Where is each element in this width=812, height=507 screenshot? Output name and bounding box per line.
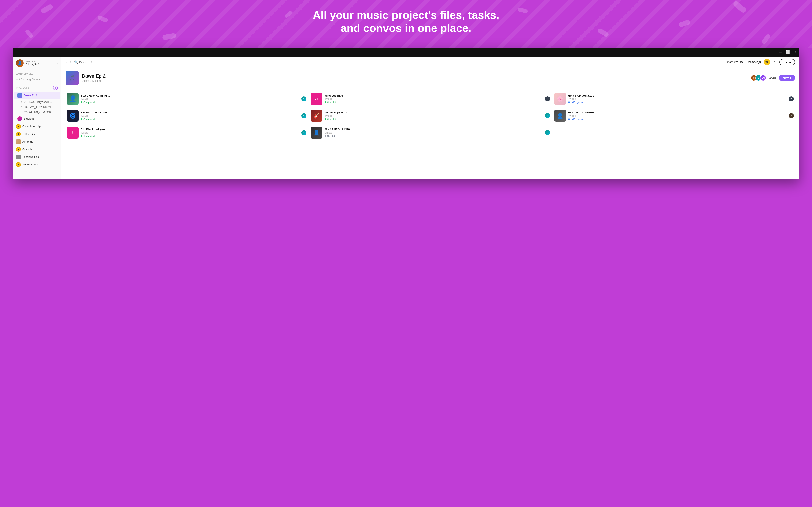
- member-avatar-3: LM: [760, 75, 766, 81]
- file-card-03-jam[interactable]: 👤 03 - JAM_JUN20MIX... 4w ago In Progres…: [552, 107, 796, 124]
- nav-back-button[interactable]: ‹: [65, 59, 68, 65]
- plan-text: Plan: Pro Dev - 3 member(s): [727, 61, 761, 64]
- project-thumb: [17, 93, 22, 98]
- new-button[interactable]: New ▾: [779, 74, 795, 81]
- sidebar-item-another-one[interactable]: Another One: [13, 161, 61, 168]
- invite-button[interactable]: Invite: [779, 59, 795, 65]
- project-icon: [16, 162, 21, 167]
- file-thumb: 🌸: [554, 93, 566, 105]
- minimize-icon[interactable]: —: [779, 50, 782, 54]
- project-icon: [16, 132, 21, 136]
- file-name: 03 - JAM_JUN20MIX...: [568, 111, 786, 114]
- file-user-avatar: M: [545, 96, 550, 101]
- file-status: No Status: [324, 135, 543, 137]
- sidebar-subitem-01[interactable]: ♫ 01 - Black Hollywood F...: [13, 100, 61, 105]
- file-thumb: 🌀: [67, 110, 79, 122]
- music-note-icon: ♫: [20, 106, 22, 109]
- file-user-avatar: C: [789, 113, 794, 118]
- hero-title: All your music project's files, tasks, a…: [311, 8, 501, 35]
- project-name: Another One: [22, 163, 38, 166]
- project-name: Studio B: [24, 117, 34, 120]
- status-text: In Progress: [571, 118, 582, 120]
- project-name: Granola: [22, 148, 32, 151]
- file-card-curves[interactable]: 🎸 curves copy.mp3 4w ago Completed C: [308, 107, 552, 124]
- nav-forward-button[interactable]: ›: [69, 59, 72, 65]
- file-grid: 👤 Steve Rox- Running ... 4w ago Complete…: [61, 88, 799, 143]
- user-info: Welcome, Chris_342: [26, 60, 39, 66]
- sidebar-user[interactable]: 👤 Welcome, Chris_342 ▾: [13, 57, 61, 70]
- project-info: Dawn Ep 2 9 items, 176.4 MB: [82, 73, 748, 82]
- sidebar-item-almonds[interactable]: Almonds: [13, 138, 61, 146]
- file-status: Completed: [324, 101, 543, 104]
- file-status: Completed: [324, 118, 543, 120]
- file-name: 01 - Black Hollywo...: [81, 128, 299, 131]
- sidebar-subitem-02[interactable]: ♫ 02 - 24 HRS_JUN20MIX...: [13, 110, 61, 115]
- new-label: New: [783, 76, 789, 79]
- music-note-icon: ♫: [20, 101, 22, 104]
- status-text: In Progress: [571, 101, 582, 104]
- sidebar: 👤 Welcome, Chris_342 ▾ WORKSPACES + Comi…: [13, 57, 61, 179]
- project-name: Dawn Ep 2: [82, 73, 748, 79]
- share-button[interactable]: Share: [769, 76, 776, 79]
- file-info: 1 minute empty brid... 4w ago Completed: [81, 111, 299, 120]
- status-dot: [81, 118, 83, 120]
- sidebar-item-dawn-ep-2[interactable]: Dawn Ep 2 ▾: [14, 92, 60, 99]
- file-card-dont-stop[interactable]: 🌸 dont stop dont stop ... 4w ago In Prog…: [552, 91, 796, 107]
- app-body: 👤 Welcome, Chris_342 ▾ WORKSPACES + Comi…: [13, 57, 799, 179]
- sidebar-item-granola[interactable]: Granola: [13, 146, 61, 153]
- file-time: 4w ago: [324, 98, 543, 100]
- maximize-icon[interactable]: ⬜: [785, 50, 790, 54]
- file-card-right: C: [301, 130, 306, 135]
- sidebar-subitem-03[interactable]: ♫ 03 - JAM_JUN20MIX.W...: [13, 105, 61, 110]
- top-bar-right: Plan: Pro Dev - 3 member(s) 29 〜 Invite: [727, 59, 795, 65]
- file-card-right: C: [545, 113, 550, 118]
- hamburger-icon[interactable]: ☰: [16, 50, 19, 55]
- status-dot: [324, 101, 326, 103]
- file-card-right: C: [545, 130, 550, 135]
- status-dot: [81, 101, 83, 103]
- notification-badge[interactable]: 29: [764, 59, 770, 65]
- file-thumb: 👤: [67, 93, 79, 105]
- sidebar-item-coming-soon[interactable]: + Coming Soon: [13, 76, 61, 82]
- avatar: 👤: [16, 59, 24, 67]
- file-card-all-to-you[interactable]: ♫ all to you.mp3 4w ago Completed M: [308, 91, 552, 107]
- file-name: 1 minute empty brid...: [81, 111, 299, 114]
- file-card-1-minute[interactable]: 🌀 1 minute empty brid... 4w ago Complete…: [65, 107, 308, 124]
- project-name: Almonds: [22, 140, 33, 143]
- file-user-avatar: C: [545, 113, 550, 118]
- subitem-label: 03 - JAM_JUN20MIX.W...: [24, 106, 53, 109]
- welcome-label: Welcome,: [26, 60, 39, 63]
- projects-label: PROJECTS: [16, 87, 29, 89]
- file-card-02-24hrs[interactable]: 👤 02 - 24 HRS_JUN20... 1M ago No Status …: [308, 124, 552, 141]
- add-project-button[interactable]: +: [53, 86, 58, 90]
- file-time: 4w ago: [568, 98, 786, 100]
- workspaces-label: WORKSPACES: [13, 70, 61, 76]
- app-window: ☰ — ⬜ ✕ 👤 Welcome, Chris_342 ▾ WORK: [13, 48, 799, 179]
- file-card-right: C: [301, 96, 306, 101]
- file-card-right: C: [789, 113, 794, 118]
- sidebar-item-toffee-bits[interactable]: Toffee bits: [13, 130, 61, 138]
- project-thumb: [16, 155, 21, 159]
- file-card-01-black-hollywood[interactable]: ♫ 01 - Black Hollywo... 4w ago Completed…: [65, 124, 308, 141]
- file-status: Completed: [81, 135, 299, 137]
- project-cover: 🎵: [65, 71, 79, 85]
- file-info: 01 - Black Hollywo... 4w ago Completed: [81, 128, 299, 137]
- file-card-steve-rox[interactable]: 👤 Steve Rox- Running ... 4w ago Complete…: [65, 91, 308, 107]
- close-icon[interactable]: ✕: [793, 50, 796, 54]
- file-time: 4w ago: [324, 114, 543, 117]
- status-text: Completed: [327, 101, 338, 104]
- file-user-avatar: C: [545, 130, 550, 135]
- search-bar[interactable]: 🔍 Dawn Ep 2: [74, 60, 725, 64]
- file-info: all to you.mp3 4w ago Completed: [324, 94, 543, 104]
- file-time: 4w ago: [81, 114, 299, 117]
- file-name: Steve Rox- Running ...: [81, 94, 299, 97]
- sidebar-item-chocolate-chips[interactable]: Chocolate chips: [13, 123, 61, 130]
- status-dot: [81, 135, 83, 137]
- sidebar-item-studio-b[interactable]: Studio B: [14, 115, 60, 122]
- file-thumb: ♫: [67, 127, 79, 138]
- sidebar-item-londons-fog[interactable]: London's Fog: [13, 153, 61, 161]
- activity-icon[interactable]: 〜: [773, 60, 776, 64]
- status-dot: [324, 135, 326, 137]
- file-user-avatar: C: [301, 113, 306, 118]
- file-time: 4w ago: [81, 131, 299, 134]
